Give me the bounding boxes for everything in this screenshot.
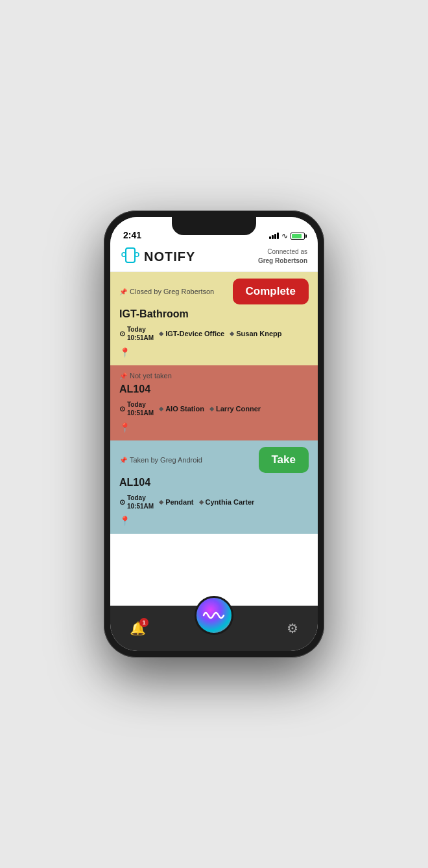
app-header: NOTIFY Connected as Greg Robertson <box>110 243 318 272</box>
clock-icon-2: ⊙ <box>119 405 125 413</box>
card-2-device: ◆ AIO Station <box>159 405 204 413</box>
complete-button[interactable]: Complete <box>233 279 309 304</box>
status-time: 2:41 <box>123 230 141 240</box>
card-2-person: ◆ Larry Conner <box>209 405 261 413</box>
card-2-device-text: AIO Station <box>165 405 204 413</box>
clock-icon-1: ⊙ <box>119 330 125 338</box>
card-1-title: IGT-Bathroom <box>119 308 309 320</box>
card-1-location: 📍 <box>119 347 309 358</box>
card-2-details: ⊙ Today 10:51AM ◆ AIO Station ◆ Larry Co… <box>119 400 309 417</box>
connected-user: Greg Robertson <box>258 257 307 266</box>
card-2-title: AL104 <box>119 383 309 395</box>
pin-icon-1: 📌 <box>119 288 127 295</box>
app-logo: NOTIFY <box>121 247 195 266</box>
card-3-status-text: Taken by Greg Android <box>130 456 202 464</box>
card-3-person: ◆ Cynthia Carter <box>199 498 255 506</box>
card-1-device-text: IGT-Device Office <box>165 330 224 337</box>
card-1-status: 📌 Closed by Greg Robertson <box>119 288 214 295</box>
card-3-status: 📌 Taken by Greg Android <box>119 456 202 464</box>
wifi-icon: ∿ <box>281 231 288 240</box>
notch <box>172 217 256 235</box>
card-3-time-val: 10:51AM <box>127 503 154 510</box>
card-2: 📌 Not yet taken AL104 ⊙ Today 10:51AM ◆ <box>110 365 318 440</box>
card-3-details: ⊙ Today 10:51AM ◆ Pendant ◆ Cynthia Cart… <box>119 494 309 510</box>
card-3-day: Today <box>127 494 146 501</box>
card-1-time-val: 10:51AM <box>127 334 154 341</box>
card-1-person: ◆ Susan Knepp <box>230 330 281 337</box>
connected-label: Connected as <box>267 248 307 255</box>
card-3-header: 📌 Taken by Greg Android Take <box>119 447 309 473</box>
pin-icon-2: 📌 <box>119 372 127 380</box>
card-2-time-val: 10:51AM <box>127 409 154 417</box>
card-2-day: Today <box>127 401 146 408</box>
card-2-status-text: Not yet taken <box>130 372 172 380</box>
card-3: 📌 Taken by Greg Android Take AL104 ⊙ Tod… <box>110 440 318 534</box>
phone-frame: 2:41 ∿ <box>104 211 324 657</box>
card-3-device: ◆ Pendant <box>159 498 193 506</box>
diamond-icon-1b: ◆ <box>230 330 234 337</box>
card-1-status-text: Closed by Greg Robertson <box>130 288 214 295</box>
card-2-status: 📌 Not yet taken <box>119 372 172 380</box>
diamond-icon-2b: ◆ <box>209 405 214 412</box>
card-3-person-text: Cynthia Carter <box>206 498 255 506</box>
siri-wave-icon <box>202 608 226 623</box>
siri-button[interactable] <box>195 596 233 635</box>
card-1-time: ⊙ Today 10:51AM <box>119 325 154 342</box>
signal-icon <box>269 233 279 239</box>
diamond-icon-3a: ◆ <box>159 499 163 505</box>
status-icons: ∿ <box>269 231 305 240</box>
connected-info: Connected as Greg Robertson <box>258 247 307 266</box>
app-name: NOTIFY <box>144 249 195 264</box>
card-2-person-text: Larry Conner <box>216 405 261 413</box>
diamond-icon-3b: ◆ <box>199 499 204 505</box>
card-1-header: 📌 Closed by Greg Robertson Complete <box>119 279 309 304</box>
settings-button[interactable]: ⚙ <box>287 621 298 636</box>
card-3-device-text: Pendant <box>165 498 193 506</box>
card-2-time: ⊙ Today 10:51AM <box>119 400 154 417</box>
phone-screen: 2:41 ∿ <box>110 217 318 651</box>
notify-phone-icon <box>121 247 140 266</box>
pin-icon-3: 📌 <box>119 457 127 464</box>
card-1-day: Today <box>127 326 146 333</box>
card-3-title: AL104 <box>119 477 309 488</box>
card-2-location: 📍 <box>119 422 309 433</box>
card-1-device: ◆ IGT-Device Office <box>159 330 224 337</box>
clock-icon-3: ⊙ <box>119 498 125 507</box>
notification-badge: 1 <box>139 618 149 627</box>
svg-rect-0 <box>126 248 135 262</box>
take-button[interactable]: Take <box>259 447 309 473</box>
diamond-icon-1a: ◆ <box>159 330 163 337</box>
card-1: 📌 Closed by Greg Robertson Complete IGT-… <box>110 272 318 365</box>
bottom-bar: 🔔 1 ⚙ <box>110 606 318 651</box>
card-2-header: 📌 Not yet taken <box>119 372 309 380</box>
diamond-icon-2a: ◆ <box>159 405 163 412</box>
notifications-button[interactable]: 🔔 1 <box>130 621 146 636</box>
card-3-time: ⊙ Today 10:51AM <box>119 494 154 510</box>
card-1-person-text: Susan Knepp <box>236 330 281 337</box>
card-1-details: ⊙ Today 10:51AM ◆ IGT-Device Office ◆ Su… <box>119 325 309 342</box>
card-3-location: 📍 <box>119 516 309 526</box>
battery-icon <box>291 233 305 240</box>
scroll-area[interactable]: 📌 Closed by Greg Robertson Complete IGT-… <box>110 272 318 606</box>
